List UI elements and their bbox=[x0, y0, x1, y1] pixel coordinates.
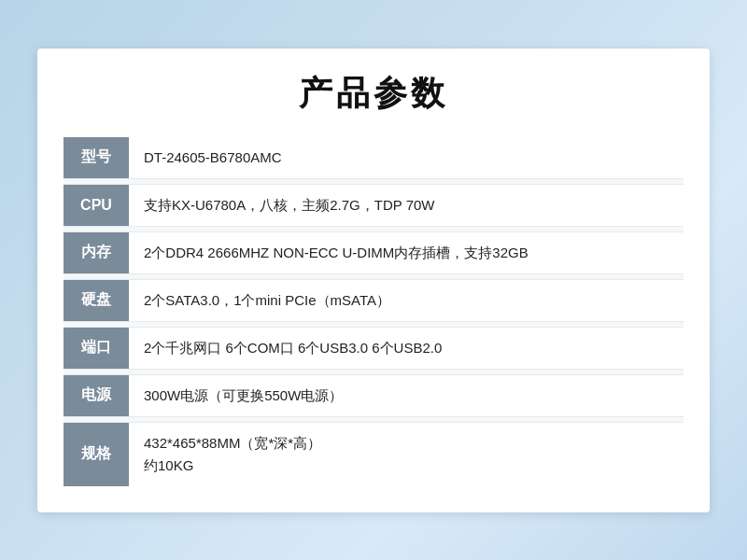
param-label: 硬盘 bbox=[63, 279, 129, 321]
table-row: 电源300W电源（可更换550W电源） bbox=[63, 374, 684, 416]
param-label: 型号 bbox=[63, 137, 129, 179]
table-row: 规格432*465*88MM（宽*深*高）约10KG bbox=[63, 422, 684, 486]
page-title: 产品参数 bbox=[63, 71, 684, 117]
param-value: 2个SATA3.0，1个mini PCIe（mSATA） bbox=[129, 279, 684, 321]
product-card: 产品参数 型号DT-24605-B6780AMCCPU支持KX-U6780A，八… bbox=[37, 49, 710, 512]
table-row: CPU支持KX-U6780A，八核，主频2.7G，TDP 70W bbox=[63, 184, 684, 226]
param-label: 规格 bbox=[63, 422, 129, 486]
param-value: DT-24605-B6780AMC bbox=[129, 137, 684, 179]
param-value: 2个千兆网口 6个COM口 6个USB3.0 6个USB2.0 bbox=[129, 327, 684, 369]
table-row: 端口2个千兆网口 6个COM口 6个USB3.0 6个USB2.0 bbox=[63, 327, 684, 369]
table-row: 内存2个DDR4 2666MHZ NON-ECC U-DIMM内存插槽，支持32… bbox=[63, 231, 684, 273]
param-table: 型号DT-24605-B6780AMCCPU支持KX-U6780A，八核，主频2… bbox=[63, 137, 684, 486]
param-value: 432*465*88MM（宽*深*高）约10KG bbox=[129, 422, 684, 486]
param-value: 支持KX-U6780A，八核，主频2.7G，TDP 70W bbox=[129, 184, 684, 226]
param-label: 端口 bbox=[63, 327, 129, 369]
table-row: 型号DT-24605-B6780AMC bbox=[63, 137, 684, 179]
param-value: 2个DDR4 2666MHZ NON-ECC U-DIMM内存插槽，支持32GB bbox=[129, 231, 684, 273]
table-row: 硬盘2个SATA3.0，1个mini PCIe（mSATA） bbox=[63, 279, 684, 321]
param-label: 电源 bbox=[63, 374, 129, 416]
param-value: 300W电源（可更换550W电源） bbox=[129, 374, 684, 416]
param-label: CPU bbox=[63, 184, 129, 226]
param-label: 内存 bbox=[63, 231, 129, 273]
